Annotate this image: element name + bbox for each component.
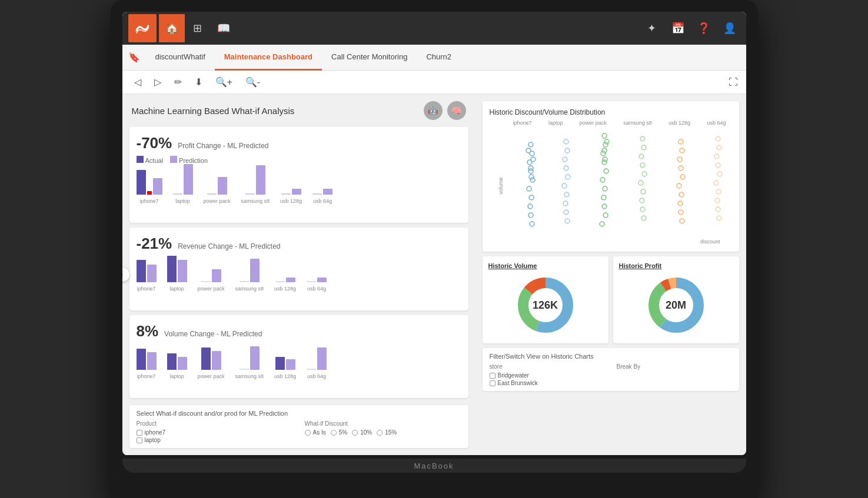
svg-point-45 xyxy=(640,198,644,203)
download-btn[interactable]: ⬇ xyxy=(191,74,206,90)
svg-point-36 xyxy=(602,148,607,153)
col-label-usb64: usb 64g xyxy=(707,120,726,126)
profit-value: -70% xyxy=(137,134,172,152)
volume-bar-chart: iphone7 laptop xyxy=(137,344,461,391)
nav-hierarchy-btn[interactable]: ⊞ xyxy=(185,14,211,42)
svg-point-47 xyxy=(641,216,646,220)
user-icon[interactable]: 👤 xyxy=(719,18,740,39)
volume-center-value: 126K xyxy=(533,299,558,312)
page-title-row: Machine Learning Based What-if Analysis … xyxy=(129,101,468,120)
product-laptop[interactable]: laptop xyxy=(137,437,293,443)
svg-point-17 xyxy=(564,166,568,171)
svg-point-54 xyxy=(679,192,684,197)
laptop-brand: MacBook xyxy=(414,462,454,470)
svg-point-61 xyxy=(716,163,720,168)
laptop-frame: 🏠 ⊞ 📖 ✦ 📅 ❓ 👤 🔖 discountWhatif Maintenan… xyxy=(111,0,758,498)
svg-point-59 xyxy=(717,145,721,150)
historic-volume-card: Historic Volume 126K xyxy=(483,256,608,343)
svg-point-67 xyxy=(717,216,721,220)
nav-home-btn[interactable]: 🏠 xyxy=(159,14,185,42)
historic-volume-title: Historic Volume xyxy=(488,262,537,269)
scatter-title: Historic Discount/Volume Distribution xyxy=(490,108,732,116)
svg-point-20 xyxy=(564,192,569,197)
svg-point-58 xyxy=(716,136,720,141)
discount-asis[interactable]: As Is xyxy=(305,429,326,436)
iphone7-checkbox[interactable] xyxy=(137,430,142,436)
volume-value: 8% xyxy=(137,322,159,340)
svg-point-38 xyxy=(640,136,645,141)
historic-volume-donut: 126K xyxy=(513,273,578,337)
tab-discountwhatif[interactable]: discountWhatif xyxy=(146,45,215,71)
zoom-out-btn[interactable]: 🔍- xyxy=(242,74,264,90)
svg-point-18 xyxy=(566,175,570,179)
svg-point-8 xyxy=(528,213,533,218)
scatter-chart-card: Historic Discount/Volume Distribution ip… xyxy=(483,101,739,252)
laptop-bottom: MacBook xyxy=(122,459,746,473)
ai-icon-1[interactable]: 🤖 xyxy=(424,101,443,120)
top-nav: 🏠 ⊞ 📖 ✦ 📅 ❓ 👤 xyxy=(122,12,746,45)
store-bridgewater[interactable]: Bridgewater xyxy=(490,372,605,379)
right-panel: Historic Discount/Volume Distribution ip… xyxy=(475,94,746,455)
discount-5[interactable]: 5% xyxy=(331,429,347,436)
svg-point-40 xyxy=(639,154,644,159)
screen: 🏠 ⊞ 📖 ✦ 📅 ❓ 👤 🔖 discountWhatif Maintenan… xyxy=(122,12,746,455)
svg-point-34 xyxy=(600,222,604,226)
back-btn[interactable]: ◁ xyxy=(131,74,145,90)
product-label: Product xyxy=(137,420,293,427)
svg-point-0 xyxy=(528,142,533,147)
svg-point-10 xyxy=(526,148,531,153)
col-label-powerpack: power pack xyxy=(580,120,607,126)
laptop-checkbox[interactable] xyxy=(137,437,142,443)
bottom-charts: Historic Volume 126K xyxy=(483,256,739,343)
svg-point-5 xyxy=(527,186,531,191)
help-icon[interactable]: ❓ xyxy=(693,18,714,39)
svg-point-50 xyxy=(677,157,682,162)
col-label-iphone7: iphone7 xyxy=(513,120,532,126)
tab-callcenter[interactable]: Call Center Monitoring xyxy=(322,45,417,71)
svg-point-12 xyxy=(528,166,533,171)
nav-book-btn[interactable]: 📖 xyxy=(211,14,237,42)
svg-point-11 xyxy=(531,157,536,162)
svg-point-13 xyxy=(529,175,534,179)
col-label-laptop: laptop xyxy=(548,120,563,126)
svg-point-52 xyxy=(680,175,685,179)
svg-point-49 xyxy=(680,148,684,153)
whatif-title: Select What-if discount and/or prod for … xyxy=(137,410,461,417)
store-eastbrunswick[interactable]: East Brunswick xyxy=(490,380,605,386)
bookmark-icon: 🔖 xyxy=(128,52,140,63)
right-filter-section: Filter/Switch View on Historic Charts st… xyxy=(483,348,739,391)
x-axis-label: discount xyxy=(700,239,720,245)
svg-point-53 xyxy=(677,183,681,188)
product-iphone7[interactable]: iphone7 xyxy=(137,429,293,436)
zoom-in-btn[interactable]: 🔍+ xyxy=(212,74,236,90)
revenue-change-card: -21% Revenue Change - ML Predicted iphon… xyxy=(129,228,468,310)
discount-15[interactable]: 15% xyxy=(377,429,397,436)
discount-10[interactable]: 10% xyxy=(352,429,372,436)
svg-point-25 xyxy=(603,142,608,147)
discount-label: What-if Discount xyxy=(305,420,461,427)
col-label-usb128: usb 128g xyxy=(669,120,690,126)
svg-point-7 xyxy=(528,204,533,209)
ai-icon-2[interactable]: 🧠 xyxy=(447,101,466,120)
sparkle-icon[interactable]: ✦ xyxy=(641,18,663,39)
tab-churn2[interactable]: Churn2 xyxy=(417,45,461,71)
page-title-text: Machine Learning Based What-if Analysis xyxy=(132,106,295,116)
forward-btn[interactable]: ▷ xyxy=(151,74,165,90)
svg-point-46 xyxy=(640,207,645,212)
svg-point-29 xyxy=(600,178,605,182)
edit-btn[interactable]: ✏ xyxy=(171,74,185,90)
revenue-bar-chart: iphone7 laptop xyxy=(137,256,461,303)
svg-point-26 xyxy=(601,151,606,156)
tab-maintenance[interactable]: Maintenance Dashboard xyxy=(215,45,322,71)
svg-point-35 xyxy=(604,139,609,144)
svg-point-23 xyxy=(565,219,570,223)
expand-btn[interactable]: ⛶ xyxy=(729,77,738,88)
svg-point-24 xyxy=(602,133,607,138)
svg-point-39 xyxy=(641,145,646,150)
left-panel: Machine Learning Based What-if Analysis … xyxy=(122,94,475,455)
svg-point-57 xyxy=(680,219,684,223)
historic-profit-donut: 20M xyxy=(644,273,709,337)
calendar-icon[interactable]: 📅 xyxy=(667,18,689,39)
svg-point-15 xyxy=(565,148,570,153)
svg-point-32 xyxy=(602,204,607,209)
